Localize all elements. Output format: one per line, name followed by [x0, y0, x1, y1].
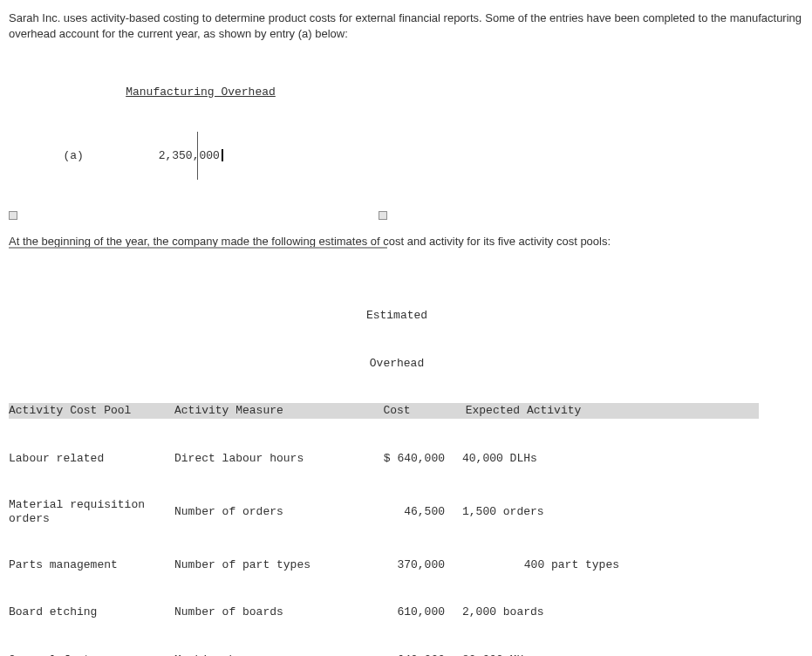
col-estimated: Estimated — [349, 308, 445, 324]
intro-paragraph-1: Sarah Inc. uses activity-based costing t… — [9, 10, 803, 42]
horizontal-scrollbar[interactable] — [9, 211, 392, 220]
table-row: Labour related — [9, 451, 174, 467]
col-cost: Cost — [349, 403, 445, 419]
scroll-button-left[interactable] — [9, 211, 17, 220]
col-activity-pool: Activity Cost Pool — [9, 403, 174, 419]
scroll-button-right[interactable] — [379, 211, 387, 220]
t-account-title: Manufacturing Overhead — [9, 85, 392, 100]
t-account-manufacturing-overhead: Manufacturing Overhead (a) 2,350,000 — [9, 52, 392, 211]
table-row: Board etching — [9, 605, 174, 620]
table-row: Material requisition orders — [9, 498, 174, 525]
t-account-entry-label: (a) — [63, 149, 83, 162]
col-expected-activity: Expected Activity — [445, 403, 602, 419]
table-row: Parts management — [9, 557, 174, 573]
col-overhead: Overhead — [349, 356, 445, 372]
col-activity-measure: Activity Measure — [174, 403, 349, 419]
table-row: General factory — [9, 653, 174, 656]
table-estimates: Estimated Overhead Activity Cost Pool Ac… — [9, 260, 759, 656]
